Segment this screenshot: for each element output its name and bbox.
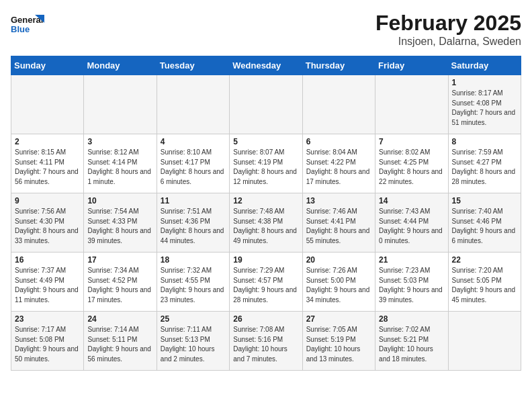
- day-cell: 11Sunrise: 7:51 AM Sunset: 4:36 PM Dayli…: [157, 193, 229, 253]
- header: General Blue February 2025 Insjoen, Dala…: [11, 11, 521, 48]
- day-info: Sunrise: 7:59 AM Sunset: 4:27 PM Dayligh…: [452, 148, 517, 187]
- day-info: Sunrise: 7:54 AM Sunset: 4:33 PM Dayligh…: [87, 207, 152, 246]
- day-number: 14: [379, 196, 444, 205]
- header-cell-friday: Friday: [375, 56, 448, 75]
- day-cell: 21Sunrise: 7:23 AM Sunset: 5:03 PM Dayli…: [375, 253, 448, 312]
- day-number: 11: [161, 196, 226, 205]
- day-cell: 4Sunrise: 8:10 AM Sunset: 4:17 PM Daylig…: [157, 134, 229, 193]
- day-cell: 18Sunrise: 7:32 AM Sunset: 4:55 PM Dayli…: [157, 253, 229, 312]
- day-number: 10: [87, 196, 152, 205]
- day-number: 7: [379, 137, 444, 146]
- day-number: 6: [306, 137, 371, 146]
- day-cell: 19Sunrise: 7:29 AM Sunset: 4:57 PM Dayli…: [230, 253, 302, 312]
- day-cell: [157, 75, 229, 134]
- day-number: 4: [161, 137, 226, 146]
- day-number: 8: [452, 137, 517, 146]
- day-number: 23: [15, 314, 80, 324]
- day-cell: [375, 75, 448, 134]
- day-number: 3: [87, 137, 152, 146]
- day-number: 24: [87, 314, 152, 324]
- day-info: Sunrise: 7:05 AM Sunset: 5:19 PM Dayligh…: [306, 325, 371, 364]
- day-cell: 27Sunrise: 7:05 AM Sunset: 5:19 PM Dayli…: [302, 312, 375, 371]
- day-cell: 10Sunrise: 7:54 AM Sunset: 4:33 PM Dayli…: [84, 193, 157, 253]
- day-number: 28: [379, 314, 444, 324]
- header-cell-wednesday: Wednesday: [230, 56, 302, 75]
- day-info: Sunrise: 7:20 AM Sunset: 5:05 PM Dayligh…: [452, 266, 517, 305]
- day-info: Sunrise: 7:32 AM Sunset: 4:55 PM Dayligh…: [161, 266, 226, 305]
- week-row-1: 1Sunrise: 8:17 AM Sunset: 4:08 PM Daylig…: [11, 75, 521, 134]
- day-number: 16: [15, 255, 80, 265]
- day-number: 19: [233, 255, 298, 265]
- day-info: Sunrise: 8:12 AM Sunset: 4:14 PM Dayligh…: [87, 148, 152, 187]
- day-cell: 5Sunrise: 8:07 AM Sunset: 4:19 PM Daylig…: [230, 134, 302, 193]
- day-number: 26: [233, 314, 298, 324]
- day-cell: [84, 75, 157, 134]
- day-info: Sunrise: 7:08 AM Sunset: 5:16 PM Dayligh…: [233, 325, 298, 364]
- day-info: Sunrise: 7:26 AM Sunset: 5:00 PM Dayligh…: [306, 266, 371, 305]
- day-cell: 3Sunrise: 8:12 AM Sunset: 4:14 PM Daylig…: [84, 134, 157, 193]
- title-area: February 2025 Insjoen, Dalarna, Sweden: [375, 11, 521, 48]
- svg-text:Blue: Blue: [11, 24, 30, 34]
- day-info: Sunrise: 7:48 AM Sunset: 4:38 PM Dayligh…: [233, 207, 298, 246]
- day-cell: 8Sunrise: 7:59 AM Sunset: 4:27 PM Daylig…: [448, 134, 521, 193]
- week-row-3: 9Sunrise: 7:56 AM Sunset: 4:30 PM Daylig…: [11, 193, 521, 253]
- day-info: Sunrise: 8:04 AM Sunset: 4:22 PM Dayligh…: [306, 148, 371, 187]
- subtitle: Insjoen, Dalarna, Sweden: [375, 36, 521, 48]
- day-cell: 22Sunrise: 7:20 AM Sunset: 5:05 PM Dayli…: [448, 253, 521, 312]
- header-cell-sunday: Sunday: [11, 56, 84, 75]
- calendar-body: 1Sunrise: 8:17 AM Sunset: 4:08 PM Daylig…: [11, 75, 521, 371]
- day-info: Sunrise: 7:17 AM Sunset: 5:08 PM Dayligh…: [15, 325, 80, 364]
- day-number: 9: [15, 196, 80, 205]
- day-number: 25: [161, 314, 226, 324]
- day-info: Sunrise: 7:40 AM Sunset: 4:46 PM Dayligh…: [452, 207, 517, 246]
- week-row-5: 23Sunrise: 7:17 AM Sunset: 5:08 PM Dayli…: [11, 312, 521, 371]
- day-cell: 2Sunrise: 8:15 AM Sunset: 4:11 PM Daylig…: [11, 134, 84, 193]
- day-cell: [230, 75, 302, 134]
- day-number: 13: [306, 196, 371, 205]
- day-info: Sunrise: 8:15 AM Sunset: 4:11 PM Dayligh…: [15, 148, 80, 187]
- calendar-header-row: SundayMondayTuesdayWednesdayThursdayFrid…: [11, 56, 521, 75]
- main-title: February 2025: [375, 11, 521, 36]
- day-cell: 26Sunrise: 7:08 AM Sunset: 5:16 PM Dayli…: [230, 312, 302, 371]
- day-cell: 17Sunrise: 7:34 AM Sunset: 4:52 PM Dayli…: [84, 253, 157, 312]
- day-info: Sunrise: 8:02 AM Sunset: 4:25 PM Dayligh…: [379, 148, 444, 187]
- day-cell: [11, 75, 84, 134]
- day-cell: [302, 75, 375, 134]
- header-cell-tuesday: Tuesday: [157, 56, 229, 75]
- header-cell-saturday: Saturday: [448, 56, 521, 75]
- day-number: 27: [306, 314, 371, 324]
- day-info: Sunrise: 7:02 AM Sunset: 5:21 PM Dayligh…: [379, 325, 444, 364]
- calendar-table: SundayMondayTuesdayWednesdayThursdayFrid…: [11, 56, 521, 371]
- day-cell: 9Sunrise: 7:56 AM Sunset: 4:30 PM Daylig…: [11, 193, 84, 253]
- week-row-2: 2Sunrise: 8:15 AM Sunset: 4:11 PM Daylig…: [11, 134, 521, 193]
- day-info: Sunrise: 7:37 AM Sunset: 4:49 PM Dayligh…: [15, 266, 80, 305]
- day-info: Sunrise: 7:43 AM Sunset: 4:44 PM Dayligh…: [379, 207, 444, 246]
- logo: General Blue: [11, 11, 44, 39]
- logo-icon: General Blue: [11, 11, 44, 39]
- day-info: Sunrise: 7:14 AM Sunset: 5:11 PM Dayligh…: [87, 325, 152, 364]
- day-number: 18: [161, 255, 226, 265]
- day-cell: 13Sunrise: 7:46 AM Sunset: 4:41 PM Dayli…: [302, 193, 375, 253]
- day-number: 1: [452, 78, 517, 87]
- day-info: Sunrise: 7:51 AM Sunset: 4:36 PM Dayligh…: [161, 207, 226, 246]
- day-info: Sunrise: 8:17 AM Sunset: 4:08 PM Dayligh…: [452, 89, 517, 128]
- day-number: 21: [379, 255, 444, 265]
- day-number: 12: [233, 196, 298, 205]
- week-row-4: 16Sunrise: 7:37 AM Sunset: 4:49 PM Dayli…: [11, 253, 521, 312]
- header-cell-monday: Monday: [84, 56, 157, 75]
- day-cell: 25Sunrise: 7:11 AM Sunset: 5:13 PM Dayli…: [157, 312, 229, 371]
- header-cell-thursday: Thursday: [302, 56, 375, 75]
- day-info: Sunrise: 7:29 AM Sunset: 4:57 PM Dayligh…: [233, 266, 298, 305]
- day-cell: [448, 312, 521, 371]
- day-cell: 24Sunrise: 7:14 AM Sunset: 5:11 PM Dayli…: [84, 312, 157, 371]
- day-info: Sunrise: 7:34 AM Sunset: 4:52 PM Dayligh…: [87, 266, 152, 305]
- day-cell: 12Sunrise: 7:48 AM Sunset: 4:38 PM Dayli…: [230, 193, 302, 253]
- day-number: 22: [452, 255, 517, 265]
- day-cell: 20Sunrise: 7:26 AM Sunset: 5:00 PM Dayli…: [302, 253, 375, 312]
- day-info: Sunrise: 7:46 AM Sunset: 4:41 PM Dayligh…: [306, 207, 371, 246]
- day-number: 17: [87, 255, 152, 265]
- day-cell: 6Sunrise: 8:04 AM Sunset: 4:22 PM Daylig…: [302, 134, 375, 193]
- day-number: 15: [452, 196, 517, 205]
- day-cell: 7Sunrise: 8:02 AM Sunset: 4:25 PM Daylig…: [375, 134, 448, 193]
- day-cell: 23Sunrise: 7:17 AM Sunset: 5:08 PM Dayli…: [11, 312, 84, 371]
